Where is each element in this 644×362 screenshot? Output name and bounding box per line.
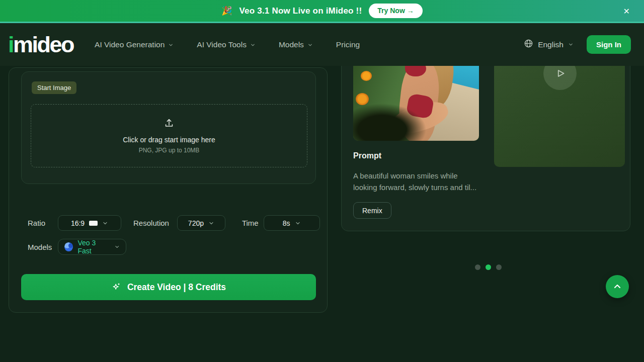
chevron-down-icon [114, 244, 120, 250]
orange-flower [361, 71, 372, 81]
chevron-down-icon [102, 220, 108, 226]
start-image-card: Start Image Click or drag start image he… [21, 71, 316, 184]
models-label: Models [28, 243, 52, 251]
chevron-down-icon [168, 42, 174, 48]
result-video-tile[interactable] [494, 56, 625, 167]
resolution-select[interactable]: 720p [177, 215, 225, 231]
logo-rest: mideo [13, 32, 73, 57]
imideo-logo[interactable]: imideo [8, 33, 73, 56]
example-gallery-card: Prompt A beautiful woman smiles while lo… [341, 55, 630, 231]
image-dropzone[interactable]: Click or drag start image here PNG, JPG … [31, 104, 307, 167]
nav-item-label: AI Video Generation [95, 40, 165, 49]
nav-item-pricing[interactable]: Pricing [336, 40, 360, 49]
nav-item-models[interactable]: Models [279, 40, 313, 49]
chevron-down-icon [568, 42, 574, 47]
try-now-button[interactable]: Try Now → [369, 4, 422, 18]
resolution-label: Resolution [133, 219, 169, 227]
nav-item-ai-video-tools[interactable]: AI Video Tools [197, 40, 256, 49]
chevron-down-icon [295, 220, 301, 226]
carousel-dot-2[interactable] [496, 264, 502, 270]
nav-item-label: Models [279, 40, 304, 49]
start-image-badge: Start Image [32, 81, 76, 94]
create-video-button[interactable]: Create Video | 8 Credits [21, 274, 316, 300]
aspect-ratio-icon [89, 221, 98, 226]
chevron-down-icon [208, 220, 214, 226]
dropzone-subtitle: PNG, JPG up to 10MB [139, 147, 200, 154]
logo-i: i [8, 32, 13, 57]
models-row: Models Veo 3 Fast [28, 239, 126, 255]
carousel-dot-1[interactable] [486, 264, 491, 270]
upload-icon [164, 118, 175, 131]
video-generator-panel: Start Image Click or drag start image he… [9, 67, 328, 313]
ratio-value: 16:9 [71, 219, 85, 227]
language-label: English [538, 40, 564, 49]
nav-item-label: AI Video Tools [197, 40, 247, 49]
nav-links: AI Video GenerationAI Video ToolsModelsP… [95, 40, 360, 49]
dropzone-title: Click or drag start image here [123, 136, 215, 144]
ratio-select[interactable]: 16:9 [58, 215, 121, 231]
time-select[interactable]: 8s [264, 215, 320, 231]
carousel-dots [475, 264, 502, 270]
sparkles-icon [111, 282, 121, 292]
close-icon[interactable]: ✕ [619, 4, 634, 18]
chevron-down-icon [250, 42, 256, 48]
carousel-dot-0[interactable] [475, 264, 480, 270]
prompt-text: A beautiful woman smiles while looking f… [353, 170, 481, 193]
language-selector[interactable]: English [524, 39, 574, 50]
model-value: Veo 3 Fast [77, 239, 110, 255]
banner-text: Veo 3.1 Now Live on iMideo !! [239, 6, 362, 16]
play-icon [553, 67, 567, 80]
party-popper-icon: 🎉 [221, 6, 232, 16]
ratio-label: Ratio [28, 219, 45, 227]
foliage-shadow [353, 104, 426, 141]
chevron-down-icon [307, 42, 313, 48]
settings-row: Ratio 16:9 Resolution 720p Time 8s [28, 215, 320, 231]
time-value: 8s [283, 219, 290, 227]
sign-in-button[interactable]: Sign In [587, 35, 631, 54]
time-label: Time [242, 219, 259, 227]
sample-start-image[interactable] [353, 56, 479, 141]
top-navigation: imideo AI Video GenerationAI Video Tools… [0, 23, 644, 66]
nav-item-ai-video-generation[interactable]: AI Video Generation [95, 40, 174, 49]
promo-banner: 🎉 Veo 3.1 Now Live on iMideo !! Try Now … [0, 0, 644, 23]
scroll-to-top-button[interactable] [606, 275, 629, 298]
nav-item-label: Pricing [336, 40, 360, 49]
chevron-up-icon [612, 282, 622, 292]
resolution-value: 720p [188, 219, 204, 227]
create-video-label: Create Video | 8 Credits [127, 282, 226, 293]
globe-icon [524, 39, 533, 50]
remix-button[interactable]: Remix [353, 202, 391, 219]
prompt-heading: Prompt [353, 151, 381, 160]
model-select[interactable]: Veo 3 Fast [58, 239, 126, 255]
veo-model-icon [64, 242, 73, 251]
